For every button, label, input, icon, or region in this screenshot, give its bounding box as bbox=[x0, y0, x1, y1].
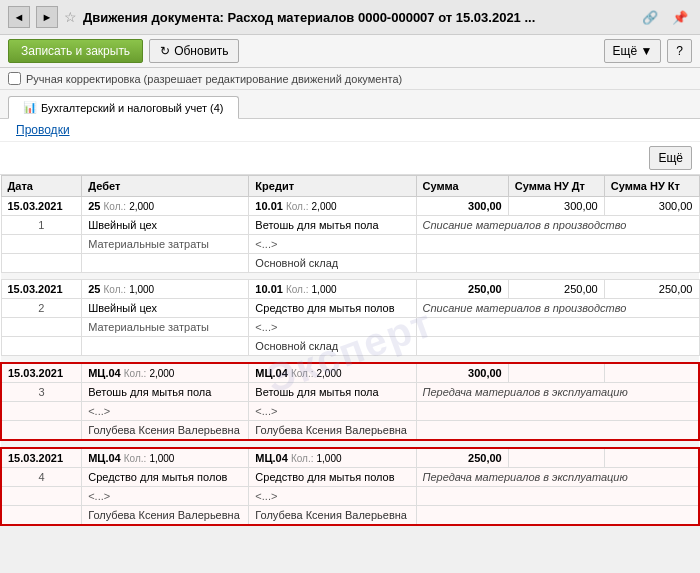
cell-kredit: 10.01 Кол.: 1,000 bbox=[249, 280, 416, 299]
cell-debet-sub3: Голубева Ксения Валерьевна bbox=[82, 506, 249, 526]
col-summa-nu-dt: Сумма НУ Дт bbox=[508, 176, 604, 197]
table-row: Голубева Ксения ВалерьевнаГолубева Ксени… bbox=[1, 506, 699, 526]
cell-empty-span bbox=[416, 318, 699, 337]
spacer-row bbox=[1, 273, 699, 280]
forward-button[interactable]: ► bbox=[36, 6, 58, 28]
cell-summa: 250,00 bbox=[416, 280, 508, 299]
refresh-icon: ↻ bbox=[160, 44, 170, 58]
cell-empty bbox=[1, 506, 82, 526]
cell-empty bbox=[1, 235, 82, 254]
table-toolbar: Ещё bbox=[0, 142, 700, 175]
cell-row-num: 4 bbox=[1, 468, 82, 487]
cell-debet-sub2: <...> bbox=[82, 402, 249, 421]
favorite-icon[interactable]: ☆ bbox=[64, 9, 77, 25]
table-row: 2Швейный цехСредство для мытья половСпис… bbox=[1, 299, 699, 318]
col-date: Дата bbox=[1, 176, 82, 197]
table-row: 3Ветошь для мытья полаВетошь для мытья п… bbox=[1, 383, 699, 402]
cell-debet-sub2: Материальные затраты bbox=[82, 235, 249, 254]
cell-empty-span bbox=[416, 337, 699, 356]
toolbar: Записать и закрыть ↻ Обновить Ещё ▼ ? bbox=[0, 35, 700, 68]
cell-summa-desc: Передача материалов в эксплуатацию bbox=[416, 468, 699, 487]
cell-kredit-sub: Ветошь для мытья пола bbox=[249, 383, 416, 402]
cell-summa-nu-dt: 250,00 bbox=[508, 280, 604, 299]
tab-bar: 📊 Бухгалтерский и налоговый учет (4) bbox=[0, 90, 700, 119]
cell-summa-nu-dt: 300,00 bbox=[508, 197, 604, 216]
table-row: Основной склад bbox=[1, 254, 699, 273]
cell-debet-sub: Швейный цех bbox=[82, 216, 249, 235]
table-row: 1Швейный цехВетошь для мытья полаСписани… bbox=[1, 216, 699, 235]
cell-summa-nu-dt bbox=[508, 448, 604, 468]
cell-kredit: МЦ.04 Кол.: 2,000 bbox=[249, 363, 416, 383]
eshche-button[interactable]: Ещё ▼ bbox=[604, 39, 662, 63]
manual-correction-label: Ручная корректировка (разрешает редактир… bbox=[26, 73, 402, 85]
cell-summa: 300,00 bbox=[416, 197, 508, 216]
cell-debet-sub: Ветошь для мытья пола bbox=[82, 383, 249, 402]
col-debet: Дебет bbox=[82, 176, 249, 197]
cell-summa-nu-kt bbox=[604, 363, 699, 383]
cell-debet: 25 Кол.: 2,000 bbox=[82, 197, 249, 216]
table-row: 15.03.202125 Кол.: 2,00010.01 Кол.: 2,00… bbox=[1, 197, 699, 216]
refresh-button[interactable]: ↻ Обновить bbox=[149, 39, 239, 63]
cell-empty bbox=[1, 254, 82, 273]
cell-kredit-sub: Средство для мытья полов bbox=[249, 468, 416, 487]
back-button[interactable]: ◄ bbox=[8, 6, 30, 28]
cell-kredit-sub2: <...> bbox=[249, 487, 416, 506]
spacer-row bbox=[1, 356, 699, 364]
spacer-row bbox=[1, 440, 699, 448]
cell-summa-nu-dt bbox=[508, 363, 604, 383]
cell-empty-span bbox=[416, 506, 699, 526]
cell-empty bbox=[1, 337, 82, 356]
manual-correction-row: Ручная корректировка (разрешает редактир… bbox=[0, 68, 700, 90]
cell-kredit-sub2: <...> bbox=[249, 235, 416, 254]
cell-debet-sub: Средство для мытья полов bbox=[82, 468, 249, 487]
table-row: Материальные затраты<...> bbox=[1, 318, 699, 337]
manual-correction-checkbox[interactable] bbox=[8, 72, 21, 85]
cell-summa: 300,00 bbox=[416, 363, 508, 383]
cell-empty-span bbox=[416, 421, 699, 441]
table-eshche-button[interactable]: Ещё bbox=[649, 146, 692, 170]
cell-kredit-sub3: Голубева Ксения Валерьевна bbox=[249, 506, 416, 526]
cell-empty-span bbox=[416, 235, 699, 254]
cell-row-num: 3 bbox=[1, 383, 82, 402]
tab-icon: 📊 bbox=[23, 101, 37, 114]
main-table-container: Эксперт Дата Дебет Кредит Сумма Сумма НУ… bbox=[0, 175, 700, 526]
cell-date: 15.03.2021 bbox=[1, 448, 82, 468]
cell-date: 15.03.2021 bbox=[1, 197, 82, 216]
cell-debet-sub2: <...> bbox=[82, 487, 249, 506]
help-button[interactable]: ? bbox=[667, 39, 692, 63]
cell-debet: МЦ.04 Кол.: 1,000 bbox=[82, 448, 249, 468]
cell-row-num: 2 bbox=[1, 299, 82, 318]
table-row: <...><...> bbox=[1, 487, 699, 506]
movements-table: Дата Дебет Кредит Сумма Сумма НУ Дт Сумм… bbox=[0, 175, 700, 526]
table-header-row: Дата Дебет Кредит Сумма Сумма НУ Дт Сумм… bbox=[1, 176, 699, 197]
cell-summa-desc: Списание материалов в производство bbox=[416, 299, 699, 318]
window-title: Движения документа: Расход материалов 00… bbox=[83, 10, 632, 25]
provodki-link[interactable]: Проводки bbox=[8, 119, 78, 141]
table-row: 4Средство для мытья половСредство для мы… bbox=[1, 468, 699, 487]
cell-kredit-sub3: Голубева Ксения Валерьевна bbox=[249, 421, 416, 441]
pin-icon[interactable]: 📌 bbox=[668, 8, 692, 27]
link-icon[interactable]: 🔗 bbox=[638, 8, 662, 27]
cell-kredit-sub3: Основной склад bbox=[249, 254, 416, 273]
cell-summa: 250,00 bbox=[416, 448, 508, 468]
cell-summa-nu-kt: 300,00 bbox=[604, 197, 699, 216]
cell-empty bbox=[1, 318, 82, 337]
table-row: 15.03.2021МЦ.04 Кол.: 2,000МЦ.04 Кол.: 2… bbox=[1, 363, 699, 383]
cell-kredit: МЦ.04 Кол.: 1,000 bbox=[249, 448, 416, 468]
tab-label: Бухгалтерский и налоговый учет (4) bbox=[41, 102, 224, 114]
table-row: 15.03.2021МЦ.04 Кол.: 1,000МЦ.04 Кол.: 1… bbox=[1, 448, 699, 468]
tab-accounting[interactable]: 📊 Бухгалтерский и налоговый учет (4) bbox=[8, 96, 239, 119]
cell-row-num: 1 bbox=[1, 216, 82, 235]
table-row: Основной склад bbox=[1, 337, 699, 356]
cell-empty-span bbox=[416, 402, 699, 421]
cell-debet: МЦ.04 Кол.: 2,000 bbox=[82, 363, 249, 383]
cell-kredit: 10.01 Кол.: 2,000 bbox=[249, 197, 416, 216]
cell-summa-desc: Передача материалов в эксплуатацию bbox=[416, 383, 699, 402]
col-kredit: Кредит bbox=[249, 176, 416, 197]
cell-debet-sub2: Материальные затраты bbox=[82, 318, 249, 337]
cell-kredit-sub: Средство для мытья полов bbox=[249, 299, 416, 318]
cell-kredit-sub: Ветошь для мытья пола bbox=[249, 216, 416, 235]
cell-empty bbox=[1, 402, 82, 421]
save-close-button[interactable]: Записать и закрыть bbox=[8, 39, 143, 63]
cell-empty-span bbox=[416, 254, 699, 273]
